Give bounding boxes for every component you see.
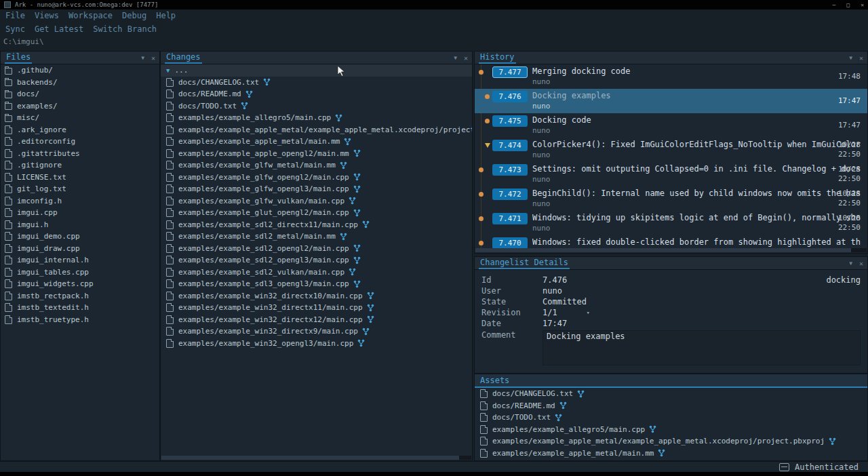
maximize-button[interactable]: □ (846, 2, 850, 8)
changed-file-row[interactable]: examples/example_allegro5/main.cpp (161, 112, 472, 124)
changed-file-row[interactable]: examples/example_glfw_opengl3/main.cpp (161, 183, 472, 195)
file-tree-item[interactable]: imconfig.h (1, 195, 159, 207)
close-button[interactable]: ✕ (861, 2, 864, 8)
history-row[interactable]: 7.477 Merging docking code nuno 17:48 (475, 64, 867, 89)
file-tree-item[interactable]: docs/ (1, 88, 159, 100)
menu-item[interactable]: File (5, 11, 25, 20)
file-name: imstb_truetype.h (17, 315, 89, 324)
file-tree-item[interactable]: .gitignore (1, 159, 159, 172)
changed-file-row[interactable]: docs/TODO.txt (161, 100, 472, 113)
changed-file-row[interactable]: examples/example_win32_directx11/main.cp… (161, 302, 472, 314)
changed-file-row[interactable]: examples/example_sdl2_opengl2/main.cpp (161, 243, 472, 255)
file-icon (166, 208, 174, 217)
toolbar-button[interactable]: Sync (5, 24, 25, 34)
file-tree-item[interactable]: imgui.cpp (1, 207, 159, 219)
changed-file-row[interactable]: examples/example_apple_metal/example_app… (161, 124, 472, 136)
changelist-details-panel: Changelist Details ▼ ✕ Id 7.476 docking … (474, 256, 868, 374)
menu-item[interactable]: Debug (122, 11, 146, 20)
file-tree-item[interactable]: misc/ (1, 112, 159, 124)
file-tree-item[interactable]: imgui_widgets.cpp (1, 278, 159, 290)
changed-file-row[interactable]: examples/example_glfw_metal/main.mm (161, 159, 472, 172)
changed-file-row[interactable]: examples/example_win32_opengl3/main.cpp (161, 338, 472, 350)
file-tree-item[interactable]: imgui.h (1, 219, 159, 231)
changed-file-row[interactable]: examples/example_sdl2_directx11/main.cpp (161, 219, 472, 231)
history-row[interactable]: 7.470 Windows: fixed double-clicked bord… (475, 235, 867, 248)
asset-row[interactable]: docs/README.md (475, 400, 867, 412)
changed-file-row[interactable]: examples/example_glfw_opengl2/main.cpp (161, 172, 472, 184)
history-row[interactable]: 7.476 Docking examples nuno 17:47 (475, 89, 867, 113)
close-icon[interactable]: ✕ (859, 54, 863, 62)
changed-file-row[interactable]: examples/example_apple_opengl2/main.mm (161, 148, 472, 160)
changed-file-row[interactable]: examples/example_win32_directx12/main.cp… (161, 314, 472, 326)
horizontal-scrollbar[interactable] (161, 456, 471, 460)
menu-item[interactable]: Help (156, 11, 176, 20)
changed-file-row[interactable]: examples/example_glut_opengl2/main.cpp (161, 207, 472, 219)
filter-icon[interactable]: ▼ (849, 55, 852, 61)
asset-row[interactable]: docs/CHANGELOG.txt (475, 388, 867, 400)
horizontal-scrollbar[interactable] (475, 248, 867, 252)
file-icon (166, 279, 174, 288)
file-tree-item[interactable]: .editorconfig (1, 136, 159, 148)
toolbar-button[interactable]: Get Latest (35, 24, 83, 34)
changeset-date: 10/28 (838, 214, 861, 223)
branch-fork-icon (367, 292, 374, 300)
file-tree-item[interactable]: backends/ (1, 77, 159, 89)
close-icon[interactable]: ✕ (151, 54, 155, 62)
file-tree-item[interactable]: imgui_tables.cpp (1, 266, 159, 279)
menu-item[interactable]: Workspace (68, 11, 113, 20)
filter-icon[interactable]: ▼ (141, 55, 144, 61)
collapse-caret-icon[interactable]: ▼ (166, 67, 170, 74)
history-row[interactable]: 7.471 Windows: tidying up skipitems logi… (475, 211, 867, 235)
changes-root-row[interactable]: ▼ ... (161, 64, 472, 77)
file-tree-item[interactable]: .ark_ignore (1, 124, 159, 136)
changed-file-row[interactable]: examples/example_sdl2_metal/main.mm (161, 231, 472, 243)
file-tree-item[interactable]: git_log.txt (1, 183, 159, 195)
changed-file-row[interactable]: examples/example_win32_directx10/main.cp… (161, 290, 472, 302)
minimize-button[interactable]: — (833, 2, 836, 8)
toolbar-button[interactable]: Switch Branch (93, 24, 157, 34)
changed-file-row[interactable]: docs/CHANGELOG.txt (161, 77, 472, 89)
close-icon[interactable]: ✕ (464, 54, 468, 62)
changed-file-row[interactable]: examples/example_sdl2_opengl3/main.cpp (161, 254, 472, 266)
file-name: .editorconfig (17, 137, 75, 146)
file-tree-item[interactable]: examples/ (1, 100, 159, 113)
file-tree-item[interactable]: imgui_internal.h (1, 254, 159, 266)
bottom-strip (0, 472, 868, 476)
branch-fork-icon (353, 244, 361, 252)
history-row[interactable]: 7.472 BeginChild(): Internal name used b… (475, 186, 867, 211)
assets-panel: Assets docs/CHANGELOG.txt docs/RE (474, 374, 868, 461)
file-tree-item[interactable]: imstb_truetype.h (1, 314, 159, 326)
branch-name: docking (826, 275, 861, 285)
history-row[interactable]: 7.474 ColorPicker4(): Fixed ImGuiColorEd… (475, 138, 867, 162)
file-tree-item[interactable]: imstb_textedit.h (1, 302, 159, 314)
file-tree-item[interactable]: LICENSE.txt (1, 172, 159, 184)
scrollbar-thumb[interactable] (475, 248, 851, 252)
branch-fork-icon (353, 256, 361, 264)
file-tree-item[interactable]: imgui_demo.cpp (1, 231, 159, 243)
file-tree-item[interactable]: .github/ (1, 64, 159, 77)
changed-file-row[interactable]: examples/example_sdl3_opengl3/main.cpp (161, 278, 472, 290)
menu-item[interactable]: Views (35, 11, 59, 20)
asset-row[interactable]: examples/example_allegro5/main.cpp (475, 424, 867, 436)
close-icon[interactable]: ✕ (859, 260, 863, 267)
changed-file-row[interactable]: docs/README.md (161, 88, 472, 100)
history-row[interactable]: 7.473 Settings: omit outputing Collapsed… (475, 162, 867, 186)
filter-icon[interactable]: ▼ (454, 55, 457, 61)
file-tree-item[interactable]: .gitattributes (1, 148, 159, 160)
changed-file-row[interactable]: examples/example_glfw_vulkan/main.cpp (161, 195, 472, 207)
asset-row[interactable]: docs/TODO.txt (475, 412, 867, 424)
filter-icon[interactable]: ▼ (849, 260, 852, 266)
asset-row[interactable]: examples/example_apple_metal/example_app… (475, 435, 867, 448)
file-tree-item[interactable]: imgui_draw.cpp (1, 243, 159, 255)
changed-file-name: examples/example_win32_opengl3/main.cpp (178, 339, 353, 348)
changed-file-row[interactable]: examples/example_sdl2_vulkan/main.cpp (161, 266, 472, 279)
scrollbar-thumb[interactable] (161, 456, 459, 460)
file-tree-item[interactable]: imstb_rectpack.h (1, 290, 159, 302)
changed-file-name: examples/example_glfw_opengl3/main.cpp (178, 184, 349, 193)
asset-row[interactable]: examples/example_apple_metal/main.mm (475, 448, 867, 460)
changed-file-row[interactable]: examples/example_win32_directx9/main.cpp (161, 325, 472, 338)
history-row[interactable]: 7.475 Docking code nuno 17:47 (475, 113, 867, 138)
changeset-time: 17:47 (838, 96, 861, 106)
revision-dropdown[interactable]: 1/1 ▾ (542, 308, 590, 317)
changed-file-row[interactable]: examples/example_apple_metal/main.mm (161, 136, 472, 148)
